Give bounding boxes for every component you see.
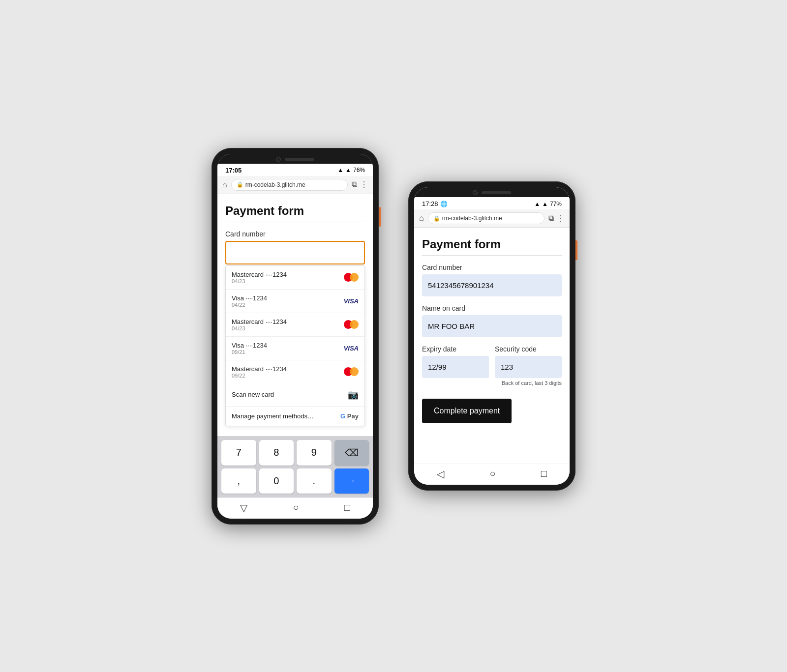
front-camera-left <box>276 157 281 162</box>
autofill-card-row-1[interactable]: Visa ····123404/22VISA <box>226 290 364 313</box>
divider-left <box>225 222 365 222</box>
signal-icon-left: ▲ <box>345 167 351 174</box>
battery-right: 77% <box>550 201 562 207</box>
divider-right <box>422 255 562 256</box>
home-icon-left[interactable]: ⌂ <box>222 180 227 189</box>
lock-icon-left: 🔒 <box>237 181 243 188</box>
recents-nav-left[interactable]: □ <box>344 502 350 514</box>
autofill-list: Mastercard ····123404/23Visa ····123404/… <box>225 265 365 426</box>
card-logo-3: VISA <box>344 345 359 352</box>
left-phone: 17:05 ▲ ▲ 76% ⌂ 🔒 rm-codelab-3.glitch.me… <box>212 148 379 525</box>
card-number-group: Card number 5412345678901234 <box>422 263 562 296</box>
page-title-left: Payment form <box>225 204 365 218</box>
recents-nav-right[interactable]: □ <box>541 468 547 480</box>
name-group: Name on card MR FOO BAR <box>422 304 562 337</box>
speaker-left <box>285 158 314 161</box>
signal-icon-right: ▲ <box>542 201 548 207</box>
battery-left: 76% <box>353 167 365 174</box>
autofill-card-name-0: Mastercard ····1234 <box>232 271 287 278</box>
key-period[interactable]: . <box>297 468 332 494</box>
autofill-card-name-1: Visa ····1234 <box>232 294 267 302</box>
page-title-right: Payment form <box>422 237 562 251</box>
browser-actions-left: ⧉ ⋮ <box>352 180 368 189</box>
speaker-right <box>482 191 511 194</box>
name-value[interactable]: MR FOO BAR <box>422 315 562 337</box>
right-phone-inner: 17:28 🌐 ▲ ▲ 77% ⌂ 🔒 rm-codelab-3.glitch.… <box>414 187 570 485</box>
tab-switcher-right[interactable]: ⧉ <box>548 214 554 223</box>
home-nav-right[interactable]: ○ <box>489 468 495 480</box>
right-phone-wrapper: 17:28 🌐 ▲ ▲ 77% ⌂ 🔒 rm-codelab-3.glitch.… <box>408 181 575 491</box>
scan-card-row[interactable]: Scan new card 📷 <box>226 383 364 407</box>
autofill-card-info-3: Visa ····123409/21 <box>232 342 267 355</box>
expiry-value[interactable]: 12/99 <box>422 356 489 378</box>
autofill-card-name-2: Mastercard ····1234 <box>232 318 287 325</box>
autofill-card-row-4[interactable]: Mastercard ····123409/22 <box>226 360 364 383</box>
autofill-card-info-0: Mastercard ····123404/23 <box>232 271 287 284</box>
card-number-label-right: Card number <box>422 263 562 271</box>
time-area-right: 17:28 🌐 <box>422 200 448 207</box>
card-number-label-left: Card number <box>225 230 365 238</box>
autofill-card-name-4: Mastercard ····1234 <box>232 365 287 373</box>
right-phone: 17:28 🌐 ▲ ▲ 77% ⌂ 🔒 rm-codelab-3.glitch.… <box>408 181 575 491</box>
key-7[interactable]: 7 <box>221 440 256 466</box>
back-nav-left[interactable]: ▽ <box>240 502 247 514</box>
autofill-card-info-4: Mastercard ····123409/22 <box>232 365 287 379</box>
tab-switcher-left[interactable]: ⧉ <box>352 180 357 189</box>
card-logo-2 <box>344 320 359 329</box>
card-number-value[interactable]: 5412345678901234 <box>422 274 562 296</box>
back-nav-right[interactable]: ◁ <box>437 468 444 480</box>
url-text-right: rm-codelab-3.glitch.me <box>442 215 502 222</box>
autofill-card-date-4: 09/22 <box>232 373 287 379</box>
expiry-label: Expiry date <box>422 345 489 353</box>
security-value[interactable]: 123 <box>495 356 562 378</box>
autofill-card-info-1: Visa ····123404/22 <box>232 294 267 308</box>
url-text-left: rm-codelab-3.glitch.me <box>245 181 305 188</box>
phone-top-bar-left <box>217 154 373 164</box>
lock-icon-right: 🔒 <box>433 215 440 222</box>
card-logo-4 <box>344 367 359 376</box>
home-icon-right[interactable]: ⌂ <box>419 214 424 223</box>
globe-icon: 🌐 <box>440 201 448 207</box>
page-content-left: Payment form Card number Mastercard ····… <box>217 194 373 436</box>
security-group: Security code 123 Back of card, last 3 d… <box>495 345 562 386</box>
autofill-card-date-2: 04/23 <box>232 325 287 331</box>
autofill-card-date-0: 04/23 <box>232 278 287 284</box>
autofill-card-row-2[interactable]: Mastercard ····123404/23 <box>226 313 364 337</box>
autofill-card-date-1: 04/22 <box>232 302 267 308</box>
menu-left[interactable]: ⋮ <box>360 180 368 189</box>
page-content-right: Payment form Card number 541234567890123… <box>414 228 570 464</box>
card-number-input-left[interactable] <box>225 241 365 264</box>
menu-right[interactable]: ⋮ <box>557 214 565 223</box>
expiry-security-group: Expiry date 12/99 Security code 123 Back… <box>422 345 562 386</box>
scan-label: Scan new card <box>232 391 274 398</box>
key-backspace[interactable]: ⌫ <box>334 440 369 466</box>
browser-chrome-left: ⌂ 🔒 rm-codelab-3.glitch.me ⧉ ⋮ <box>217 176 373 194</box>
security-hint: Back of card, last 3 digits <box>495 380 562 386</box>
complete-payment-button[interactable]: Complete payment <box>422 399 512 423</box>
autofill-card-date-3: 09/21 <box>232 349 267 355</box>
card-logo-0 <box>344 273 359 282</box>
key-next[interactable]: → <box>334 468 369 494</box>
autofill-card-row-3[interactable]: Visa ····123409/21VISA <box>226 337 364 360</box>
manage-payment-row[interactable]: Manage payment methods… G Pay <box>226 407 364 426</box>
key-comma[interactable]: , <box>221 468 256 494</box>
card-logo-1: VISA <box>344 297 359 305</box>
autofill-card-info-2: Mastercard ····123404/23 <box>232 318 287 331</box>
side-button <box>379 207 381 227</box>
key-0[interactable]: 0 <box>259 468 294 494</box>
autofill-card-name-3: Visa ····1234 <box>232 342 267 349</box>
manage-label: Manage payment methods… <box>232 412 314 420</box>
home-nav-left[interactable]: ○ <box>293 502 299 514</box>
autofill-card-row-0[interactable]: Mastercard ····123404/23 <box>226 266 364 290</box>
left-phone-inner: 17:05 ▲ ▲ 76% ⌂ 🔒 rm-codelab-3.glitch.me… <box>217 154 373 519</box>
key-8[interactable]: 8 <box>259 440 294 466</box>
url-bar-left[interactable]: 🔒 rm-codelab-3.glitch.me <box>231 179 348 191</box>
browser-chrome-right: ⌂ 🔒 rm-codelab-3.glitch.me ⧉ ⋮ <box>414 209 570 228</box>
wifi-icon-right: ▲ <box>534 201 540 207</box>
bottom-nav-right: ◁ ○ □ <box>414 464 570 485</box>
url-bar-right[interactable]: 🔒 rm-codelab-3.glitch.me <box>428 212 545 224</box>
security-label: Security code <box>495 345 562 353</box>
front-camera-right <box>473 190 478 195</box>
key-9[interactable]: 9 <box>297 440 332 466</box>
name-label: Name on card <box>422 304 562 312</box>
